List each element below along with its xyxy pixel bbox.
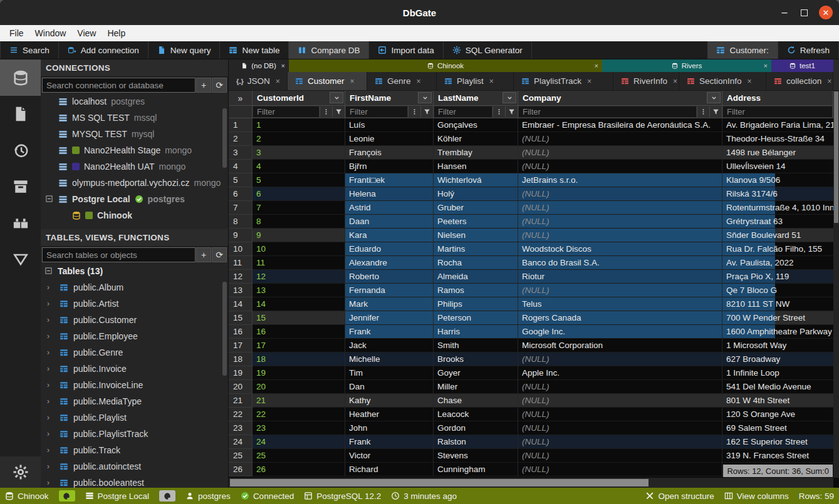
cell-id[interactable]: 23: [253, 421, 345, 435]
row-number[interactable]: 5: [229, 173, 253, 187]
cell-address[interactable]: 120 S Orange Ave: [722, 408, 775, 421]
cell-first[interactable]: Franti□ek: [345, 173, 434, 187]
kebab-menu-button[interactable]: [408, 106, 420, 117]
cell-first[interactable]: Michelle: [345, 352, 434, 366]
cell-first[interactable]: Luís: [345, 118, 434, 132]
cell-first[interactable]: Kara: [345, 229, 434, 242]
filter-input-last[interactable]: [434, 106, 492, 117]
cell-last[interactable]: Rocha: [434, 256, 518, 270]
table-item[interactable]: ›public.Album: [41, 279, 228, 296]
tables-group[interactable]: Tables (13): [41, 263, 228, 279]
chevron-down-icon[interactable]: [503, 92, 516, 103]
table-item[interactable]: ›public.Genre: [41, 344, 228, 361]
cell-company[interactable]: (NULL): [518, 146, 722, 160]
cell-address[interactable]: 700 W Pender Street: [722, 311, 775, 325]
cell-address[interactable]: Av. Paulista, 2022: [722, 256, 775, 270]
table-item[interactable]: ›public.PlaylistTrack: [41, 426, 228, 442]
cell-id[interactable]: 4: [253, 160, 345, 173]
filter-funnel-button[interactable]: [332, 106, 344, 117]
kebab-menu-button[interactable]: [492, 106, 504, 117]
cell-company[interactable]: (NULL): [518, 394, 722, 408]
grid-horizontal-scrollbar-thumb[interactable]: [230, 479, 649, 486]
chevron-right-icon[interactable]: ›: [47, 446, 50, 455]
cell-id[interactable]: 22: [253, 408, 345, 421]
cell-first[interactable]: François: [345, 146, 434, 160]
filter-funnel-button[interactable]: [505, 106, 517, 117]
database-item[interactable]: Chinook: [41, 207, 228, 224]
cell-last[interactable]: Wichterlová: [434, 173, 518, 187]
table-item[interactable]: ›public.InvoiceLine: [41, 377, 228, 393]
chevron-down-icon[interactable]: [330, 92, 343, 103]
filter-funnel-button[interactable]: [420, 106, 432, 117]
cell-company[interactable]: Banco do Brasil S.A.: [518, 256, 722, 270]
cell-address[interactable]: Theodor-Heuss-Straße 34: [722, 132, 775, 146]
cell-address[interactable]: 8210 111 ST NW: [722, 297, 775, 311]
cell-company[interactable]: JetBrains s.r.o.: [518, 173, 722, 187]
close-icon[interactable]: ×: [417, 77, 421, 86]
cell-first[interactable]: Alexandre: [345, 256, 434, 270]
close-icon[interactable]: ×: [587, 77, 591, 86]
tab-group-rivers[interactable]: Rivers×: [602, 59, 771, 72]
cell-address[interactable]: 627 Broadway: [722, 352, 775, 366]
cell-company[interactable]: Riotur: [518, 270, 722, 284]
row-number[interactable]: 12: [229, 270, 253, 284]
cell-id[interactable]: 14: [253, 297, 345, 311]
connection-item[interactable]: Nano2Health UATmongo: [41, 158, 228, 175]
cell-id[interactable]: 3: [253, 146, 345, 160]
close-icon[interactable]: ×: [350, 77, 355, 86]
filter-input-id[interactable]: [253, 106, 319, 117]
tab-group-nodb[interactable]: (no DB)×: [229, 59, 289, 72]
row-number[interactable]: 22: [229, 408, 253, 421]
cell-first[interactable]: Tim: [345, 366, 434, 380]
column-header-last[interactable]: LastName: [434, 91, 518, 106]
cell-first[interactable]: Heather: [345, 408, 434, 421]
table-item[interactable]: ›public.Playlist: [41, 409, 228, 426]
menu-file[interactable]: File: [4, 25, 29, 41]
tab-riverinfo[interactable]: RiverInfo×: [613, 72, 679, 90]
cell-last[interactable]: Martins: [434, 242, 518, 256]
cell-company[interactable]: (NULL): [518, 284, 722, 297]
kebab-menu-button[interactable]: [320, 106, 331, 117]
minimize-button[interactable]: –: [779, 7, 789, 18]
sidebar-plugins[interactable]: [0, 205, 41, 241]
column-header-first[interactable]: FirstName: [345, 91, 434, 106]
table-item[interactable]: ›public.Employee: [41, 328, 228, 344]
cell-address[interactable]: 1498 rue Bélanger: [722, 146, 775, 160]
cell-company[interactable]: (NULL): [518, 435, 722, 449]
cell-company[interactable]: (NULL): [518, 132, 722, 146]
add-connection-button[interactable]: Add connection: [59, 41, 149, 59]
chevron-right-icon[interactable]: ›: [47, 381, 50, 389]
cell-address[interactable]: 1 Microsoft Way: [722, 339, 775, 352]
cell-first[interactable]: Leonie: [345, 132, 434, 146]
collapse-all-columns-button[interactable]: »: [229, 91, 253, 106]
chevron-right-icon[interactable]: ›: [47, 348, 50, 357]
row-number[interactable]: 14: [229, 297, 253, 311]
row-number[interactable]: 9: [229, 229, 253, 242]
connections-search-input[interactable]: [42, 78, 195, 93]
cell-id[interactable]: 19: [253, 366, 345, 380]
table-item[interactable]: ›public.Track: [41, 442, 228, 458]
row-number[interactable]: 23: [229, 421, 253, 435]
cell-last[interactable]: Chase: [434, 394, 518, 408]
cell-last[interactable]: Gonçalves: [434, 118, 518, 132]
row-number[interactable]: 15: [229, 311, 253, 325]
status-view-columns[interactable]: View columns: [724, 491, 789, 501]
row-number[interactable]: 24: [229, 435, 253, 449]
cell-first[interactable]: Daan: [345, 215, 434, 229]
row-number[interactable]: 20: [229, 380, 253, 394]
connection-item[interactable]: localhostpostgres: [41, 93, 228, 110]
cell-last[interactable]: Peeters: [434, 215, 518, 229]
row-number[interactable]: 1: [229, 118, 253, 132]
cell-last[interactable]: Gruber: [434, 201, 518, 215]
tab-group-test1[interactable]: test1: [771, 59, 833, 72]
cell-address[interactable]: Sňder Boulevard 51: [722, 229, 775, 242]
sidebar-connections[interactable]: [0, 59, 41, 96]
cell-id[interactable]: 1: [253, 118, 345, 132]
cell-last[interactable]: Brooks: [434, 352, 518, 366]
tab-collection[interactable]: collection×: [766, 72, 833, 90]
cell-first[interactable]: Mark: [345, 297, 434, 311]
cell-id[interactable]: 11: [253, 256, 345, 270]
row-number[interactable]: 6: [229, 187, 253, 201]
sidebar-cell-data[interactable]: [0, 241, 41, 277]
cell-address[interactable]: 801 W 4th Street: [722, 394, 775, 408]
